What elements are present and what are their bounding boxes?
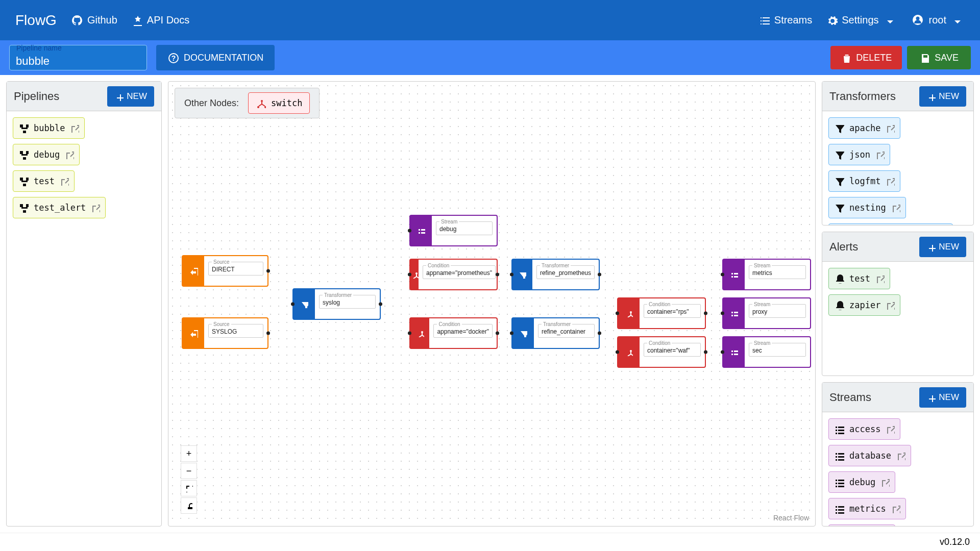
- node-value: appname="prometheus": [426, 269, 492, 277]
- zoom-out-button[interactable]: −: [181, 463, 197, 479]
- node-transformer-syslog[interactable]: Transformersyslog: [292, 288, 381, 320]
- pipeline-chip-test[interactable]: test: [13, 170, 75, 192]
- canvas-toolbar: Other Nodes: switch: [175, 88, 320, 118]
- open-icon[interactable]: [875, 150, 885, 159]
- open-icon[interactable]: [886, 424, 895, 434]
- handle[interactable]: [598, 273, 601, 277]
- transformer-chip-logfmt[interactable]: logfmt: [828, 170, 900, 192]
- handle[interactable]: [408, 273, 411, 277]
- lock-button[interactable]: [181, 497, 197, 514]
- stream-chip-database[interactable]: database: [828, 445, 911, 466]
- node-condition-docker[interactable]: Conditionappname="docker": [409, 317, 498, 349]
- pipeline-chip-test_alert[interactable]: test_alert: [13, 197, 106, 218]
- node-condition-waf[interactable]: Conditioncontainer="waf": [617, 336, 706, 368]
- stream-icon: [834, 424, 844, 434]
- handle[interactable]: [496, 273, 499, 277]
- handle[interactable]: [721, 350, 724, 354]
- stream-chip-access[interactable]: access: [828, 418, 900, 440]
- alert-chip-zapier[interactable]: zapier: [828, 294, 900, 316]
- handle[interactable]: [510, 273, 513, 277]
- handle[interactable]: [408, 229, 411, 233]
- alerts-panel: Alerts NEW testzapier: [822, 232, 974, 376]
- transformer-chip-apache[interactable]: apache: [828, 117, 900, 139]
- switch-node-chip[interactable]: switch: [248, 92, 310, 114]
- documentation-button[interactable]: DOCUMENTATION: [156, 45, 275, 70]
- handle[interactable]: [266, 332, 270, 335]
- open-icon[interactable]: [891, 504, 900, 513]
- node-transformer-refine-container[interactable]: Transformerrefine_container: [511, 317, 600, 349]
- open-icon[interactable]: [886, 177, 895, 186]
- alert-chip-test[interactable]: test: [828, 268, 890, 289]
- pipeline-chip-bubble[interactable]: bubble: [13, 117, 85, 139]
- stream-chip-metrics[interactable]: metrics: [828, 498, 906, 519]
- open-icon[interactable]: [70, 123, 79, 133]
- new-transformer-button[interactable]: NEW: [919, 86, 966, 107]
- filter-icon: [834, 176, 844, 186]
- stream-chip-proxy[interactable]: proxy: [828, 524, 895, 526]
- handle[interactable]: [616, 350, 619, 354]
- open-icon[interactable]: [91, 203, 100, 212]
- flow-canvas[interactable]: Other Nodes: switch SourceDIRECT: [168, 81, 816, 527]
- open-icon[interactable]: [65, 150, 74, 159]
- node-stream-proxy[interactable]: Streamproxy: [722, 297, 811, 329]
- handle[interactable]: [496, 332, 499, 335]
- brand[interactable]: FlowG: [15, 12, 57, 29]
- navbar: FlowG Github API Docs Streams Settings r…: [0, 0, 980, 40]
- nav-github[interactable]: Github: [71, 14, 117, 27]
- open-icon[interactable]: [891, 203, 900, 212]
- zoom-in-button[interactable]: +: [181, 445, 197, 462]
- caret-down-icon: [951, 16, 961, 25]
- node-legend: Stream: [439, 219, 459, 224]
- handle[interactable]: [721, 312, 724, 315]
- open-icon[interactable]: [880, 478, 890, 487]
- nav-settings-label: Settings: [842, 14, 878, 26]
- nav-settings[interactable]: Settings: [826, 14, 897, 26]
- transformer-chip-json[interactable]: json: [828, 144, 890, 165]
- pipeline-chip-debug[interactable]: debug: [13, 144, 80, 165]
- node-value: container="waf": [647, 347, 697, 354]
- node-source-direct[interactable]: SourceDIRECT: [182, 255, 268, 287]
- stream-icon: [730, 270, 738, 279]
- handle[interactable]: [598, 332, 601, 335]
- streams-list: accessdatabasedebugmetricsproxy: [822, 412, 973, 526]
- new-alert-button[interactable]: NEW: [919, 237, 966, 257]
- node-value: proxy: [752, 308, 802, 315]
- save-icon: [919, 53, 929, 63]
- handle[interactable]: [266, 269, 270, 273]
- open-icon[interactable]: [875, 274, 885, 283]
- node-stream-debug[interactable]: Streamdebug: [409, 215, 498, 246]
- filter-icon: [518, 270, 526, 279]
- node-source-syslog[interactable]: SourceSYSLOG: [182, 317, 268, 349]
- stream-chip-debug[interactable]: debug: [828, 471, 895, 493]
- node-transformer-refine-prometheus[interactable]: Transformerrefine_prometheus: [511, 259, 600, 290]
- open-icon[interactable]: [886, 300, 895, 310]
- new-pipeline-button[interactable]: NEW: [107, 86, 154, 107]
- nav-user[interactable]: root: [912, 14, 965, 27]
- alerts-list: testzapier: [822, 262, 973, 375]
- handle[interactable]: [721, 273, 724, 277]
- node-stream-sec[interactable]: Streamsec: [722, 336, 811, 368]
- handle[interactable]: [616, 312, 619, 315]
- handle[interactable]: [704, 350, 707, 354]
- api-docs-icon: [132, 15, 143, 26]
- fit-view-button[interactable]: [181, 480, 197, 496]
- handle[interactable]: [704, 312, 707, 315]
- handle[interactable]: [291, 303, 295, 306]
- delete-button[interactable]: DELETE: [830, 46, 902, 69]
- handle[interactable]: [379, 303, 382, 306]
- handle[interactable]: [510, 332, 513, 335]
- node-condition-prometheus[interactable]: Conditionappname="prometheus": [409, 259, 498, 290]
- open-icon[interactable]: [896, 451, 905, 460]
- nav-api-docs[interactable]: API Docs: [132, 14, 189, 26]
- open-icon[interactable]: [886, 123, 895, 133]
- handle[interactable]: [408, 332, 411, 335]
- new-stream-button[interactable]: NEW: [919, 387, 966, 408]
- node-stream-metrics[interactable]: Streammetrics: [722, 259, 811, 290]
- nav-streams[interactable]: Streams: [759, 14, 812, 26]
- source-icon: [189, 266, 198, 276]
- transformer-chip-nesting[interactable]: nesting: [828, 197, 906, 218]
- node-condition-rps[interactable]: Conditioncontainer="rps": [617, 297, 706, 329]
- save-button[interactable]: SAVE: [907, 46, 971, 69]
- open-icon[interactable]: [60, 177, 69, 186]
- transformer-chip-refine_container[interactable]: refine_container: [828, 223, 953, 225]
